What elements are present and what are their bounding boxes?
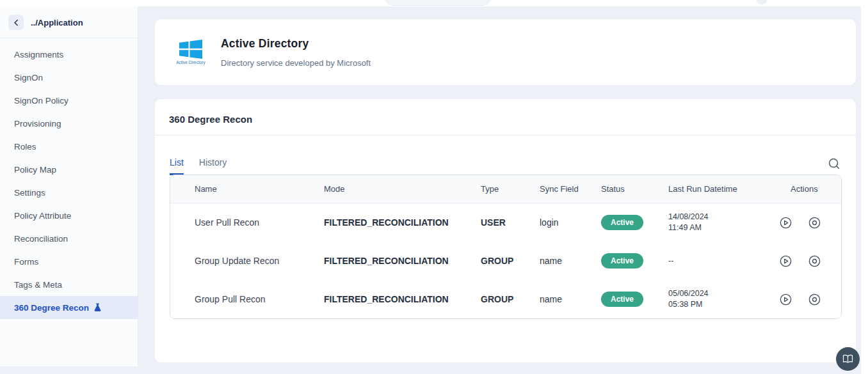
column-header-mode: Mode [324, 184, 481, 194]
open-book-icon [842, 354, 853, 364]
cell-last-run: -- [668, 256, 778, 267]
cell-mode: FILTERED_RECONCILIATION [324, 256, 481, 266]
avatar-partial [756, 0, 768, 4]
view-recon-button[interactable] [807, 292, 821, 306]
back-button[interactable] [8, 15, 24, 30]
sidebar-item-policy-attribute[interactable]: Policy Attribute [0, 204, 138, 227]
last-run-time: 05:38 PM [668, 299, 778, 310]
sidebar-item-settings[interactable]: Settings [0, 181, 138, 204]
flask-icon [93, 303, 102, 312]
last-run-date: 14/08/2024 [668, 212, 778, 222]
sidebar-item-tags-meta[interactable]: Tags & Meta [0, 273, 138, 296]
cell-name: Group Update Recon [170, 256, 324, 266]
last-run-date: -- [668, 256, 778, 267]
cell-mode: FILTERED_RECONCILIATION [324, 217, 481, 228]
cell-name: Group Pull Recon [170, 294, 324, 304]
view-recon-button[interactable] [807, 215, 821, 230]
tabs-row: List History [170, 144, 842, 175]
cell-sync-field: name [540, 256, 601, 266]
app-header-card: Active Directory Active Directory Direct… [155, 19, 856, 85]
cell-type: GROUP [481, 294, 540, 304]
sidebar: ../Application Assignments SignOn SignOn… [0, 6, 138, 366]
search-button[interactable] [826, 156, 842, 171]
recon-card: 360 Degree Recon List History Name Mode … [155, 99, 856, 362]
table-row: Group Pull Recon FILTERED_RECONCILIATION… [170, 280, 841, 318]
last-run-time: 11:49 AM [668, 222, 778, 233]
sidebar-item-assignments[interactable]: Assignments [0, 43, 138, 66]
page-title: Active Directory [221, 37, 371, 51]
page-subtitle: Directory service developed by Microsoft [221, 58, 371, 68]
recon-table: Name Mode Type Sync Field Status Last Ru… [170, 175, 842, 319]
cell-mode: FILTERED_RECONCILIATION [324, 294, 481, 304]
column-header-name: Name [170, 184, 324, 194]
cell-last-run: 05/06/2024 05:38 PM [668, 288, 778, 310]
table-row: Group Update Recon FILTERED_RECONCILIATI… [170, 242, 841, 280]
cell-actions [778, 215, 842, 230]
column-header-actions: Actions [778, 184, 842, 194]
docs-fab-button[interactable] [836, 347, 860, 371]
cell-name: User Pull Recon [170, 217, 324, 228]
cell-type: USER [481, 217, 540, 228]
column-header-type: Type [481, 184, 540, 194]
sidebar-item-signon[interactable]: SignOn [0, 66, 138, 89]
cell-sync-field: login [540, 217, 601, 228]
tab-history[interactable]: History [199, 157, 227, 175]
status-badge: Active [601, 292, 643, 307]
sidebar-item-360-degree-recon[interactable]: 360 Degree Recon [0, 296, 138, 319]
cell-sync-field: name [540, 294, 601, 304]
sidebar-back-row: ../Application [0, 6, 138, 38]
top-bar-partial [0, 0, 868, 6]
sidebar-item-roles[interactable]: Roles [0, 135, 138, 158]
sidebar-item-signon-policy[interactable]: SignOn Policy [0, 89, 138, 112]
sidebar-item-policy-map[interactable]: Policy Map [0, 158, 138, 181]
view-recon-button[interactable] [807, 254, 821, 268]
sidebar-item-forms[interactable]: Forms [0, 250, 138, 273]
last-run-date: 05/06/2024 [668, 288, 778, 299]
cell-last-run: 14/08/2024 11:49 AM [668, 212, 778, 233]
sidebar-item-reconciliation[interactable]: Reconciliation [0, 227, 138, 250]
cell-actions [778, 254, 842, 268]
status-badge: Active [601, 253, 643, 269]
search-icon [828, 157, 841, 171]
column-header-sync-field: Sync Field [540, 184, 601, 194]
run-recon-button[interactable] [778, 215, 792, 230]
scrollbar-track[interactable] [861, 0, 868, 374]
status-badge: Active [601, 215, 643, 230]
column-header-last-run: Last Run Datetime [668, 184, 778, 194]
section-title: 360 Degree Recon [155, 99, 856, 135]
sidebar-nav: Assignments SignOn SignOn Policy Provisi… [0, 38, 138, 319]
section-divider [155, 135, 856, 136]
table-row: User Pull Recon FILTERED_RECONCILIATION … [170, 203, 841, 242]
tab-list[interactable]: List [170, 157, 184, 175]
sidebar-item-provisioning[interactable]: Provisioning [0, 112, 138, 135]
app-logo-caption: Active Directory [176, 60, 205, 65]
breadcrumb[interactable]: ../Application [31, 18, 83, 27]
cell-actions [778, 292, 842, 306]
run-recon-button[interactable] [778, 254, 792, 268]
cell-type: GROUP [481, 256, 540, 266]
chevron-left-icon [12, 19, 20, 27]
app-logo-block: Active Directory [172, 40, 210, 65]
column-header-status: Status [601, 184, 668, 194]
app-header-text: Active Directory Directory service devel… [221, 37, 371, 68]
table-header-row: Name Mode Type Sync Field Status Last Ru… [170, 175, 841, 203]
sidebar-item-label: 360 Degree Recon [14, 303, 89, 313]
run-recon-button[interactable] [778, 292, 792, 306]
windows-flag-icon [179, 40, 202, 59]
global-search-partial[interactable] [385, 0, 490, 6]
